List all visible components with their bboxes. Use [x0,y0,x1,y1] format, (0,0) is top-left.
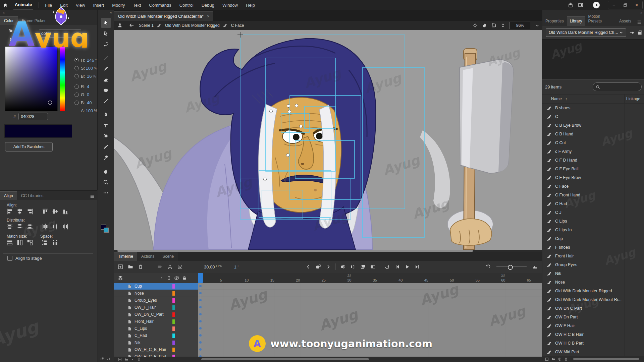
library-item-name[interactable]: C F D Hand [555,158,577,163]
menu-text[interactable]: Text [129,3,145,8]
new-library-panel-icon[interactable] [637,30,642,35]
library-item[interactable]: OW F Hair [542,321,644,330]
layer-name[interactable]: Nose [135,291,144,296]
library-item-name[interactable]: OW Dn Part [555,315,578,319]
new-folder-icon[interactable] [551,357,555,361]
layer-color-chip[interactable] [172,334,175,338]
asset-warp-tool[interactable] [101,153,111,163]
library-item[interactable]: C Front Hand [542,191,644,199]
library-item-name[interactable]: Old With Dark Monster Rigged [555,289,612,293]
layer-row-C_Had[interactable]: C_Had [114,332,198,339]
layer-color-chip[interactable] [172,291,175,296]
zoom-tool[interactable] [101,177,111,187]
library-scrollbar[interactable] [573,358,639,360]
subselection-tool[interactable] [101,28,111,39]
library-item-name[interactable]: F shoes [555,245,570,250]
library-item[interactable]: C B Eye Brow [542,121,644,130]
panel-menu-icon[interactable] [637,20,642,24]
auto-keyframe-icon[interactable] [313,264,323,269]
layer-color-chip[interactable] [172,326,175,331]
tools-collapse-icon[interactable]: « [98,10,114,16]
text-tool[interactable] [101,120,111,130]
library-item[interactable]: C F Eye Brow [542,173,644,182]
library-document-select[interactable]: Old Witch Dark Monster Rigged Charac... [546,28,626,37]
keyframe-dot[interactable] [199,327,202,329]
dist-button-6[interactable] [61,223,70,231]
library-item[interactable]: F shoes [542,243,644,252]
column-name[interactable]: Name [542,97,562,101]
panel-menu-icon[interactable] [90,194,95,199]
frame-row-C_Had[interactable] [198,332,542,339]
breadcrumb-symbol[interactable]: Old With Dark Monster Rigged [165,23,220,28]
oval-tool[interactable] [101,85,111,95]
classic-brush-tool[interactable] [101,64,111,74]
library-item[interactable]: C J [542,208,644,217]
search-input[interactable] [602,84,632,90]
library-item-name[interactable]: B shoes [555,106,570,110]
layer-color-chip[interactable] [172,298,175,303]
match-button-3[interactable] [25,239,34,247]
tab-align[interactable]: Align [0,191,17,200]
dist-button-5[interactable] [51,223,60,231]
value[interactable]: 100 [86,108,93,113]
parenting-view-icon[interactable] [165,264,175,269]
minimize-button[interactable]: − [608,1,620,9]
test-movie-icon[interactable] [593,2,600,8]
rotate-stage-icon[interactable] [482,23,487,28]
tab-scene[interactable]: Scene [158,252,178,261]
workspace-icon[interactable] [578,2,583,8]
tab-timeline[interactable]: Timeline [114,252,137,261]
snap-icon[interactable] [100,357,104,361]
radio-button[interactable] [74,66,79,70]
frame-row-OW_F_Hair[interactable] [198,304,542,311]
menu-help[interactable]: Help [242,3,259,8]
align-button-2[interactable] [15,207,24,216]
keyframe-dot[interactable] [199,348,202,351]
outline-view-icon[interactable] [165,276,172,280]
restore-button[interactable] [620,1,631,9]
radio-button[interactable] [74,101,79,105]
layer-name[interactable]: Nik [135,340,140,345]
new-symbol-icon[interactable] [545,357,549,361]
folder-icon[interactable] [124,358,128,361]
tab-frame-picker[interactable]: Frame Picker [18,17,50,25]
library-item-name[interactable]: C J [555,210,561,215]
library-item-name[interactable]: C Face [555,184,569,189]
reset-timeline-zoom-icon[interactable] [483,264,493,269]
keyframe-dot[interactable] [199,285,202,287]
show-all-dot-icon[interactable] [158,276,165,280]
library-item[interactable]: OW Dn Part [542,313,644,321]
new-layer-icon[interactable] [115,264,125,269]
align-button-5[interactable] [51,207,60,216]
library-item-name[interactable]: OW H C B Hair [555,332,584,337]
graph-editor-icon[interactable] [175,264,185,269]
library-item[interactable]: B shoes [542,104,644,112]
layer-name[interactable]: C_Lips [135,326,147,331]
hand-tool[interactable] [101,166,111,176]
menu-animate[interactable]: Animate [10,0,37,10]
library-item[interactable]: C Had [542,199,644,208]
library-item[interactable]: OW H C B Hair [542,330,644,339]
layer-row-Group_Eyes[interactable]: Group_Eyes [114,297,198,304]
dist-button-3[interactable] [25,223,34,231]
keyframe-dot[interactable] [199,306,202,308]
fluid-brush-tool[interactable] [101,53,111,63]
stage-canvas[interactable] [114,30,542,250]
hide-layers-icon[interactable] [172,276,180,281]
tab-properties[interactable]: Properties [542,17,567,26]
checkbox-icon[interactable] [7,256,12,261]
breadcrumb-scene[interactable]: Scene 1 [139,23,154,28]
close-button[interactable]: × [631,1,642,9]
tab-library[interactable]: Library [567,16,585,26]
sort-ascending-icon[interactable]: ↑ [565,97,567,101]
step-forward-icon[interactable] [412,264,422,269]
match-button-2[interactable] [15,239,24,247]
dist-button-2[interactable] [15,223,24,231]
delete-icon[interactable] [564,357,568,361]
layer-name[interactable]: OW_F_Hair [135,305,156,310]
layer-row-Nik[interactable]: Nik [114,339,198,346]
layer-name[interactable]: OW_H_C_B_Hair [135,347,166,352]
library-item[interactable]: C B Hand [542,130,644,138]
library-item[interactable]: c F Army [542,147,644,156]
timeline-zoom-in-icon[interactable] [530,264,540,269]
